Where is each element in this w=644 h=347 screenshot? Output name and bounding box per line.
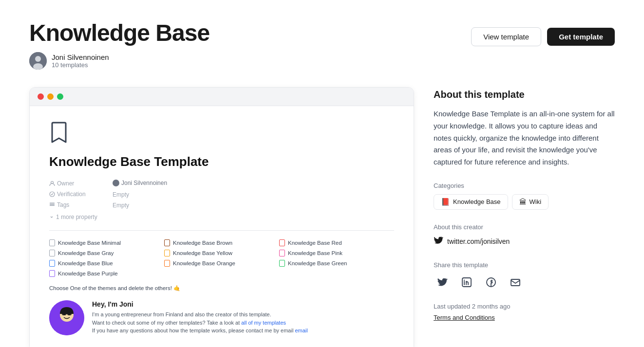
window-close-dot [38, 93, 44, 100]
all-templates-link[interactable]: all of my templates [241, 320, 286, 326]
wiki-icon: 🏛 [519, 198, 527, 206]
svg-rect-5 [50, 204, 55, 205]
theme-purple: Knowledge Base Purple [49, 269, 164, 278]
theme-brown: Knowledge Base Brown [164, 238, 279, 247]
verification-value: Empty [113, 189, 394, 200]
theme-blue: Knowledge Base Blue [49, 259, 164, 268]
choose-themes-text: Choose One of the themes and delete the … [49, 285, 394, 292]
share-icons-row [434, 274, 615, 291]
terms-and-conditions-link[interactable]: Terms and Conditions [434, 314, 495, 321]
about-description: Knowledge Base Template is an all-in-one… [434, 108, 615, 168]
category-wiki[interactable]: 🏛 Wiki [512, 194, 549, 210]
window-maximize-dot [57, 93, 63, 100]
svg-rect-7 [50, 203, 55, 204]
knowledge-base-icon: 📕 [441, 198, 450, 206]
creator-label: About this creator [434, 223, 615, 231]
author-bio: Hey, I'm Joni I'm a young entrepreneur f… [92, 300, 308, 335]
window-chrome [30, 88, 414, 106]
creator-twitter-link[interactable]: twitter.com/jonisilven [434, 236, 615, 248]
theme-yellow: Knowledge Base Yellow [164, 249, 279, 257]
creator-twitter-handle: twitter.com/jonisilven [447, 237, 510, 245]
owner-label: Owner [49, 180, 74, 187]
categories-label: Categories [434, 182, 615, 189]
tags-label: Tags [49, 201, 69, 208]
get-template-button[interactable]: Get template [547, 28, 615, 46]
meta-table: Owner Joni Silvennoinen [49, 178, 394, 211]
theme-red: Knowledge Base Red [279, 238, 394, 247]
categories-row: 📕 Knowledge Base 🏛 Wiki [434, 194, 615, 210]
creator-section: About this creator twitter.com/jonisilve… [434, 223, 615, 248]
template-preview-icon [49, 122, 394, 147]
category-knowledge-base[interactable]: 📕 Knowledge Base [434, 194, 508, 210]
preview-template-title: Knowledge Base Template [49, 154, 394, 169]
category-knowledge-base-label: Knowledge Base [453, 198, 501, 205]
theme-gray: Knowledge Base Gray [49, 249, 164, 257]
view-template-button[interactable]: View template [471, 27, 541, 46]
divider-1 [49, 230, 394, 231]
tags-value: Empty [113, 200, 394, 211]
share-label: Share this template [434, 261, 615, 269]
last-updated: Last updated 2 months ago [434, 303, 615, 310]
themes-grid: Knowledge Base Minimal Knowledge Base Br… [49, 238, 394, 278]
page-title: Knowledge Base [29, 19, 209, 46]
twitter-icon [434, 236, 443, 248]
window-minimize-dot [47, 93, 54, 100]
verification-label: Verification [49, 191, 86, 198]
svg-rect-19 [511, 279, 520, 286]
theme-green: Knowledge Base Green [279, 259, 394, 268]
svg-point-1 [35, 56, 41, 62]
svg-rect-6 [50, 205, 55, 206]
template-count: 10 templates [52, 61, 109, 69]
theme-orange: Knowledge Base Orange [164, 259, 279, 268]
share-email-button[interactable] [507, 274, 524, 291]
category-wiki-label: Wiki [530, 198, 542, 205]
author-name: Joni Silvennoinen [52, 53, 109, 61]
share-facebook-button[interactable] [482, 274, 500, 291]
about-title: About this template [434, 89, 615, 100]
sidebar: About this template Knowledge Base Templ… [434, 87, 615, 322]
share-section: Share this template [434, 261, 615, 291]
avatar [29, 52, 47, 70]
owner-value: Joni Silvennoinen [113, 178, 394, 189]
author-card-avatar [49, 300, 84, 335]
template-preview: Knowledge Base Template Owner [29, 87, 414, 347]
theme-minimal: Knowledge Base Minimal [49, 238, 164, 247]
more-property: 1 more property [49, 214, 394, 220]
author-card: Hey, I'm Joni I'm a young entrepreneur f… [49, 300, 394, 335]
share-twitter-button[interactable] [434, 274, 451, 291]
email-link[interactable]: email [295, 328, 307, 333]
share-linkedin-button[interactable] [458, 274, 475, 291]
theme-pink: Knowledge Base Pink [279, 249, 394, 257]
